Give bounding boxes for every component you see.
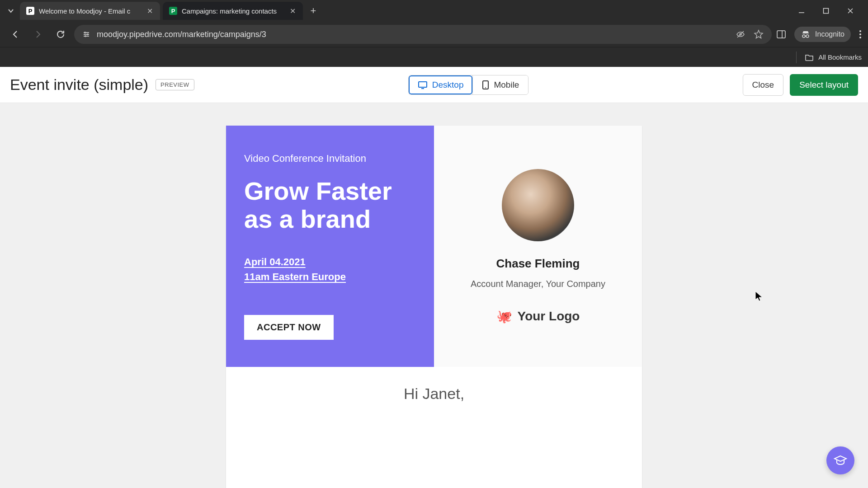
all-bookmarks-label: All Bookmarks [818,53,862,61]
email-hero: Video Conference Invitation Grow Faster … [226,126,642,367]
svg-rect-10 [777,31,785,38]
folder-icon [805,53,814,62]
svg-point-7 [85,35,86,37]
eye-off-icon[interactable] [736,29,745,39]
tab-strip: P Welcome to Moodjoy - Email c ✕ P Campa… [0,0,868,22]
preview-scroll[interactable]: Video Conference Invitation Grow Faster … [0,103,868,488]
close-tab-icon[interactable]: ✕ [288,7,297,15]
company-logo: 🐙 Your Logo [496,309,580,324]
presenter-name: Chase Fleming [496,257,580,271]
minimize-icon[interactable] [796,5,807,17]
window-controls [796,5,863,17]
favicon-icon: P [26,7,34,15]
logo-text: Your Logo [518,309,580,324]
hero-date: April 04.2021 11am Eastern Europe [244,254,416,284]
select-layout-button[interactable]: Select layout [790,74,858,96]
svg-point-15 [859,30,861,32]
divider [796,52,797,63]
back-button[interactable] [6,25,24,43]
browser-tab[interactable]: P Campaigns: marketing contacts ✕ [163,2,303,20]
email-preview: Video Conference Invitation Grow Faster … [226,126,642,488]
bookmarks-bar: All Bookmarks [0,47,868,67]
svg-point-16 [859,33,861,35]
view-mobile-label: Mobile [494,80,519,90]
forward-button [29,25,47,43]
svg-rect-1 [824,9,829,14]
hero-left-panel: Video Conference Invitation Grow Faster … [226,126,434,367]
browser-tab-active[interactable]: P Welcome to Moodjoy - Email c ✕ [20,2,160,20]
svg-rect-18 [419,82,427,87]
email-greeting: Hi Janet, [253,385,615,403]
maximize-icon[interactable] [820,5,832,17]
all-bookmarks-button[interactable]: All Bookmarks [805,53,862,62]
presenter-avatar [502,169,574,241]
view-toggle: Desktop Mobile [408,75,529,95]
view-desktop-label: Desktop [432,80,464,90]
side-panel-icon[interactable] [776,29,786,39]
graduation-cap-icon [833,453,848,468]
accept-now-button[interactable]: ACCEPT NOW [244,315,334,340]
incognito-chip[interactable]: Incognito [794,27,851,42]
hero-kicker: Video Conference Invitation [244,153,416,164]
url-bar[interactable]: moodjoy.pipedrive.com/marketing/campaign… [74,25,772,44]
kebab-menu-icon[interactable] [859,29,862,39]
svg-point-6 [87,33,89,35]
url-text: moodjoy.pipedrive.com/marketing/campaign… [97,30,729,39]
close-tab-icon[interactable]: ✕ [146,7,154,15]
close-window-icon[interactable] [844,5,856,17]
preview-canvas: Video Conference Invitation Grow Faster … [0,103,868,488]
view-desktop-button[interactable]: Desktop [409,75,473,94]
close-button[interactable]: Close [743,74,784,96]
tab-title: Campaigns: marketing contacts [182,7,284,15]
preview-badge: PREVIEW [156,79,194,90]
hero-right-panel: Chase Fleming Account Manager, Your Comp… [434,126,642,367]
email-body: Hi Janet, [226,367,642,421]
hero-headline: Grow Faster as a brand [244,177,416,233]
browser-chrome: P Welcome to Moodjoy - Email c ✕ P Campa… [0,0,868,67]
reload-button[interactable] [52,25,70,43]
new-tab-button[interactable]: + [306,3,321,19]
hero-date-line2: 11am Eastern Europe [244,269,416,284]
hero-date-line1: April 04.2021 [244,254,416,269]
page-title: Event invite (simple) [10,76,148,94]
mobile-icon [482,80,489,90]
star-icon[interactable] [754,29,764,39]
view-mobile-button[interactable]: Mobile [472,75,528,94]
svg-point-5 [84,32,86,33]
help-fab[interactable] [826,446,854,474]
presenter-title: Account Manager, Your Company [471,279,605,289]
tab-search-chevron-icon[interactable] [5,5,17,17]
site-settings-icon[interactable] [82,30,90,38]
incognito-label: Incognito [815,30,844,38]
logo-mark-icon: 🐙 [496,309,512,324]
svg-point-12 [802,35,805,38]
svg-point-13 [806,35,809,38]
desktop-icon [418,80,428,90]
svg-point-21 [485,87,486,88]
incognito-icon [801,29,811,39]
app-header: Event invite (simple) PREVIEW Desktop Mo… [0,67,868,103]
tab-title: Welcome to Moodjoy - Email c [39,7,141,15]
address-bar: moodjoy.pipedrive.com/marketing/campaign… [0,22,868,47]
favicon-icon: P [169,7,177,15]
svg-point-17 [859,37,861,38]
